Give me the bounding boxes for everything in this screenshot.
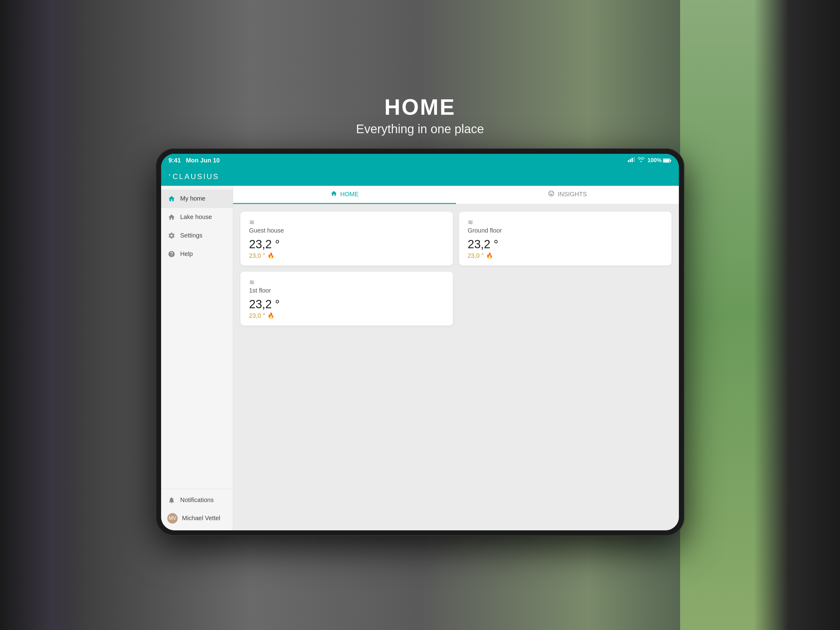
page-title: HOME bbox=[356, 95, 484, 120]
zone-name-1st-floor: 1st floor bbox=[249, 287, 444, 294]
tablet-screen: 9:41 Mon Jun 10 bbox=[161, 154, 679, 530]
sidebar-label-settings: Settings bbox=[180, 232, 202, 239]
bell-icon bbox=[167, 496, 176, 505]
svg-rect-2 bbox=[632, 158, 633, 162]
svg-rect-6 bbox=[670, 160, 671, 161]
background-curtain-left bbox=[0, 0, 86, 630]
setpoint-icon-guest-house: 🔥 bbox=[267, 252, 274, 259]
sidebar-label-lake-house: Lake house bbox=[180, 214, 212, 220]
sidebar: My home Lake house bbox=[161, 186, 233, 530]
zone-card-guest-house[interactable]: ≋ Guest house 23,2 ° 23,0 ° 🔥 bbox=[240, 212, 453, 266]
heating-icon-guest-house: ≋ bbox=[249, 219, 444, 226]
wifi-icon bbox=[638, 157, 644, 164]
zone-setpoint-1st-floor: 23,0 ° 🔥 bbox=[249, 312, 444, 319]
app-header: ° CLAUSIUS bbox=[161, 167, 679, 186]
zone-name-guest-house: Guest house bbox=[249, 227, 444, 234]
svg-rect-3 bbox=[633, 157, 635, 162]
page-header: HOME Everything in one place bbox=[356, 95, 484, 136]
svg-rect-0 bbox=[628, 160, 629, 162]
tab-home[interactable]: HOME bbox=[233, 186, 456, 204]
sidebar-label-help: Help bbox=[180, 250, 193, 258]
heating-icon-1st-floor: ≋ bbox=[249, 279, 444, 286]
tab-home-label: HOME bbox=[340, 191, 359, 198]
sidebar-item-help[interactable]: Help bbox=[161, 245, 233, 263]
signal-icon bbox=[628, 157, 635, 164]
zone-setpoint-guest-house: 23,0 ° 🔥 bbox=[249, 252, 444, 259]
sidebar-profile[interactable]: MV Michael Vettel bbox=[161, 509, 233, 528]
svg-rect-1 bbox=[630, 159, 631, 162]
zone-setpoint-ground-floor: 23,0 ° 🔥 bbox=[467, 252, 663, 259]
zone-card-1st-floor[interactable]: ≋ 1st floor 23,2 ° 23,0 ° 🔥 bbox=[240, 272, 453, 326]
page-subtitle: Everything in one place bbox=[356, 122, 484, 136]
cards-area: ≋ Guest house 23,2 ° 23,0 ° 🔥 bbox=[233, 204, 679, 530]
background-curtain-right bbox=[754, 0, 840, 630]
zone-card-ground-floor[interactable]: ≋ Ground floor 23,2 ° 23,0 ° 🔥 bbox=[459, 212, 671, 266]
avatar: MV bbox=[167, 513, 178, 524]
tablet-device: 9:41 Mon Jun 10 bbox=[156, 148, 684, 536]
zone-card-header-1st-floor: ≋ 1st floor bbox=[249, 279, 444, 294]
sidebar-label-my-home: My home bbox=[180, 195, 205, 202]
logo-degree: ° bbox=[169, 173, 172, 180]
home-icon-active bbox=[167, 195, 176, 203]
zone-card-header-ground-floor: ≋ Ground floor bbox=[467, 219, 663, 234]
cards-grid: ≋ Guest house 23,2 ° 23,0 ° 🔥 bbox=[240, 212, 671, 326]
sidebar-nav: My home Lake house bbox=[161, 186, 233, 489]
battery-icon: 100% bbox=[647, 157, 671, 164]
status-time: 9:41 Mon Jun 10 bbox=[169, 157, 220, 164]
app-logo: ° CLAUSIUS bbox=[169, 172, 219, 181]
notifications-label: Notifications bbox=[180, 497, 214, 503]
sidebar-notifications[interactable]: Notifications bbox=[161, 492, 233, 509]
setpoint-icon-1st-floor: 🔥 bbox=[267, 312, 274, 319]
tabs-bar: HOME INSIGHTS bbox=[233, 186, 679, 204]
sidebar-bottom: Notifications MV Michael Vettel bbox=[161, 489, 233, 530]
zone-temp-guest-house: 23,2 ° bbox=[249, 238, 444, 251]
home-icon-lake bbox=[167, 213, 176, 222]
tab-insights[interactable]: INSIGHTS bbox=[456, 186, 679, 204]
sidebar-item-lake-house[interactable]: Lake house bbox=[161, 208, 233, 226]
logo-text: CLAUSIUS bbox=[172, 172, 219, 181]
sidebar-item-settings[interactable]: Settings bbox=[161, 226, 233, 245]
tab-home-icon bbox=[330, 190, 337, 198]
profile-label: Michael Vettel bbox=[182, 514, 221, 522]
zone-card-header-guest-house: ≋ Guest house bbox=[249, 219, 444, 234]
setpoint-icon-ground-floor: 🔥 bbox=[486, 252, 493, 259]
zone-temp-ground-floor: 23,2 ° bbox=[467, 238, 663, 251]
status-bar: 9:41 Mon Jun 10 bbox=[161, 154, 679, 167]
tab-insights-label: INSIGHTS bbox=[558, 191, 587, 198]
zone-temp-1st-floor: 23,2 ° bbox=[249, 298, 444, 311]
zone-name-ground-floor: Ground floor bbox=[467, 227, 663, 234]
status-icons: 100% bbox=[628, 157, 671, 164]
tab-insights-icon bbox=[548, 190, 555, 198]
app-body: My home Lake house bbox=[161, 186, 679, 530]
heating-icon-ground-floor: ≋ bbox=[467, 219, 663, 226]
settings-icon bbox=[167, 231, 176, 240]
sidebar-item-my-home[interactable]: My home bbox=[161, 190, 233, 208]
help-icon bbox=[167, 250, 176, 258]
svg-rect-5 bbox=[663, 159, 669, 162]
main-content: HOME INSIGHTS bbox=[233, 186, 679, 530]
